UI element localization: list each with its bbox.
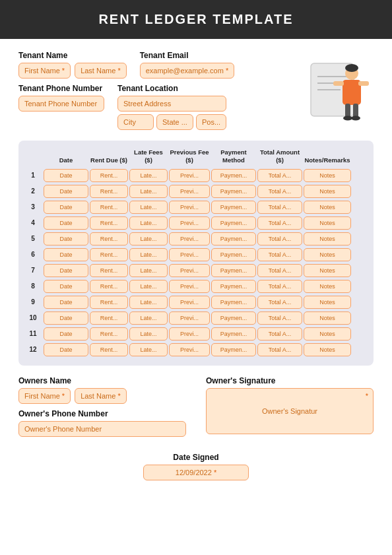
row-date-field[interactable]: Date [44,343,88,356]
row-rent-field[interactable]: Rent... [90,216,128,230]
row-total-field[interactable]: Total A... [257,248,302,261]
row-date-field[interactable]: Date [44,296,88,309]
row-notes-field[interactable]: Notes [304,216,351,230]
row-date-field[interactable]: Date [44,327,88,341]
row-total-field[interactable]: Total A... [257,280,302,293]
row-rent-field[interactable]: Rent... [90,327,128,341]
row-late-field[interactable]: Late... [129,311,168,325]
row-late-field[interactable]: Late... [129,169,168,182]
owner-signature-field[interactable]: Owner's Signatur [206,388,374,434]
tenant-street-field[interactable]: Street Address [117,96,226,112]
row-prev-field[interactable]: Previ... [169,232,210,245]
row-notes-field[interactable]: Notes [304,185,351,198]
row-number: 9 [24,298,42,306]
row-late-field[interactable]: Late... [129,264,168,277]
row-total-field[interactable]: Total A... [257,169,302,182]
row-prev-field[interactable]: Previ... [169,264,210,277]
row-rent-field[interactable]: Rent... [90,201,128,214]
row-late-field[interactable]: Late... [129,280,168,293]
row-notes-field[interactable]: Notes [304,232,351,245]
row-prev-field[interactable]: Previ... [169,311,210,325]
owner-phone-field[interactable]: Owner's Phone Number [18,421,186,437]
row-notes-field[interactable]: Notes [304,327,351,341]
row-rent-field[interactable]: Rent... [90,280,128,293]
row-date-field[interactable]: Date [44,169,88,182]
row-rent-field[interactable]: Rent... [90,185,128,198]
tenant-first-name-field[interactable]: First Name [18,63,71,79]
row-total-field[interactable]: Total A... [257,185,302,198]
row-prev-field[interactable]: Previ... [169,296,210,309]
row-late-field[interactable]: Late... [129,327,168,341]
owner-first-name-field[interactable]: First Name [18,388,71,404]
tenant-state-field[interactable]: State ... [156,114,193,130]
row-date-field[interactable]: Date [44,280,88,293]
row-total-field[interactable]: Total A... [257,264,302,277]
row-payment-field[interactable]: Paymen... [211,343,256,356]
row-prev-field[interactable]: Previ... [169,185,210,198]
row-notes-field[interactable]: Notes [304,343,351,356]
row-total-field[interactable]: Total A... [257,201,302,214]
row-total-field[interactable]: Total A... [257,216,302,230]
row-rent-field[interactable]: Rent... [90,169,128,182]
row-payment-field[interactable]: Paymen... [211,264,256,277]
col-payment: Payment Method [211,147,256,166]
row-payment-field[interactable]: Paymen... [211,296,256,309]
row-rent-field[interactable]: Rent... [90,296,128,309]
row-total-field[interactable]: Total A... [257,296,302,309]
row-rent-field[interactable]: Rent... [90,264,128,277]
row-total-field[interactable]: Total A... [257,343,302,356]
row-date-field[interactable]: Date [44,185,88,198]
row-late-field[interactable]: Late... [129,343,168,356]
row-date-field[interactable]: Date [44,311,88,325]
row-prev-field[interactable]: Previ... [169,216,210,230]
tenant-phone-field[interactable]: Tenant Phone Number [18,96,104,112]
row-total-field[interactable]: Total A... [257,311,302,325]
row-payment-field[interactable]: Paymen... [211,311,256,325]
row-late-field[interactable]: Late... [129,248,168,261]
owner-last-name-field[interactable]: Last Name [75,388,127,404]
row-date-field[interactable]: Date [44,264,88,277]
tenant-email-field[interactable]: example@example.com [140,63,235,79]
row-prev-field[interactable]: Previ... [169,248,210,261]
row-late-field[interactable]: Late... [129,201,168,214]
row-payment-field[interactable]: Paymen... [211,280,256,293]
row-prev-field[interactable]: Previ... [169,327,210,341]
tenant-city-field[interactable]: City [117,114,154,130]
date-signed-field[interactable]: 12/09/2022 [143,465,249,480]
row-late-field[interactable]: Late... [129,232,168,245]
row-late-field[interactable]: Late... [129,185,168,198]
tenant-last-name-field[interactable]: Last Name [75,63,127,79]
row-notes-field[interactable]: Notes [304,169,351,182]
row-payment-field[interactable]: Paymen... [211,327,256,341]
row-rent-field[interactable]: Rent... [90,343,128,356]
tenant-postal-field[interactable]: Pos... [196,114,226,130]
row-prev-field[interactable]: Previ... [169,169,210,182]
row-rent-field[interactable]: Rent... [90,311,128,325]
row-date-field[interactable]: Date [44,216,88,230]
row-number: 7 [24,267,42,274]
row-prev-field[interactable]: Previ... [169,343,210,356]
row-date-field[interactable]: Date [44,201,88,214]
row-notes-field[interactable]: Notes [304,311,351,325]
row-late-field[interactable]: Late... [129,296,168,309]
row-notes-field[interactable]: Notes [304,296,351,309]
row-notes-field[interactable]: Notes [304,264,351,277]
row-notes-field[interactable]: Notes [304,201,351,214]
row-total-field[interactable]: Total A... [257,327,302,341]
row-payment-field[interactable]: Paymen... [211,169,256,182]
row-notes-field[interactable]: Notes [304,248,351,261]
row-payment-field[interactable]: Paymen... [211,248,256,261]
row-late-field[interactable]: Late... [129,216,168,230]
row-payment-field[interactable]: Paymen... [211,216,256,230]
row-prev-field[interactable]: Previ... [169,201,210,214]
row-prev-field[interactable]: Previ... [169,280,210,293]
row-notes-field[interactable]: Notes [304,280,351,293]
row-date-field[interactable]: Date [44,248,88,261]
row-total-field[interactable]: Total A... [257,232,302,245]
row-rent-field[interactable]: Rent... [90,248,128,261]
row-rent-field[interactable]: Rent... [90,232,128,245]
row-payment-field[interactable]: Paymen... [211,185,256,198]
row-payment-field[interactable]: Paymen... [211,201,256,214]
row-date-field[interactable]: Date [44,232,88,245]
row-payment-field[interactable]: Paymen... [211,232,256,245]
